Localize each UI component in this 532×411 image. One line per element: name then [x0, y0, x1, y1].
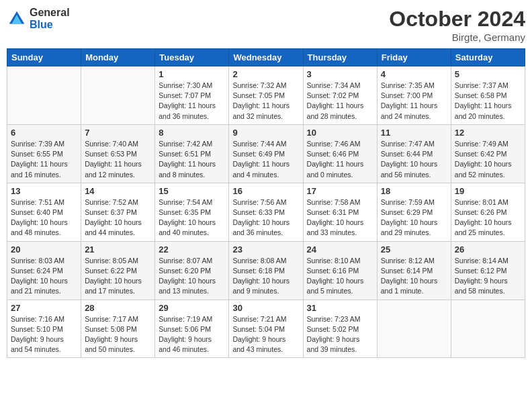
title-block: October 2024 Birgte, Germany	[389, 7, 525, 43]
day-number: 6	[11, 128, 77, 138]
calendar-week-row: 6Sunrise: 7:39 AMSunset: 6:55 PMDaylight…	[7, 124, 525, 183]
calendar-day-cell: 18Sunrise: 7:59 AMSunset: 6:29 PMDayligh…	[377, 183, 451, 241]
calendar-day-cell: 6Sunrise: 7:39 AMSunset: 6:55 PMDaylight…	[7, 124, 81, 183]
day-info: Sunrise: 7:35 AMSunset: 7:00 PMDaylight:…	[381, 81, 447, 122]
calendar-week-row: 27Sunrise: 7:16 AMSunset: 5:10 PMDayligh…	[7, 300, 525, 358]
day-info: Sunrise: 7:42 AMSunset: 6:51 PMDaylight:…	[159, 139, 225, 180]
calendar-day-cell: 24Sunrise: 8:10 AMSunset: 6:16 PMDayligh…	[303, 241, 377, 300]
day-number: 14	[85, 186, 151, 196]
logo-text: General Blue	[30, 7, 70, 30]
calendar-day-cell	[7, 66, 81, 125]
calendar-week-row: 20Sunrise: 8:03 AMSunset: 6:24 PMDayligh…	[7, 241, 525, 300]
day-info: Sunrise: 7:17 AMSunset: 5:08 PMDaylight:…	[85, 314, 151, 355]
day-number: 9	[232, 128, 299, 138]
calendar-day-cell: 11Sunrise: 7:47 AMSunset: 6:44 PMDayligh…	[377, 124, 451, 183]
weekday-header: Wednesday	[229, 49, 303, 66]
day-number: 15	[159, 186, 225, 196]
day-number: 8	[159, 128, 225, 138]
calendar-day-cell: 22Sunrise: 8:07 AMSunset: 6:20 PMDayligh…	[155, 241, 229, 300]
weekday-header-row: SundayMondayTuesdayWednesdayThursdayFrid…	[7, 49, 525, 66]
calendar-day-cell: 28Sunrise: 7:17 AMSunset: 5:08 PMDayligh…	[81, 300, 155, 358]
day-number: 25	[381, 244, 447, 255]
calendar: SundayMondayTuesdayWednesdayThursdayFrid…	[7, 48, 525, 358]
day-info: Sunrise: 7:47 AMSunset: 6:44 PMDaylight:…	[381, 139, 447, 180]
day-info: Sunrise: 7:32 AMSunset: 7:05 PMDaylight:…	[232, 81, 299, 122]
day-number: 2	[232, 69, 299, 79]
calendar-day-cell: 1Sunrise: 7:30 AMSunset: 7:07 PMDaylight…	[155, 66, 229, 125]
day-info: Sunrise: 8:01 AMSunset: 6:26 PMDaylight:…	[455, 197, 521, 238]
calendar-day-cell: 13Sunrise: 7:51 AMSunset: 6:40 PMDayligh…	[7, 183, 81, 241]
weekday-header: Sunday	[7, 49, 81, 66]
day-info: Sunrise: 7:59 AMSunset: 6:29 PMDaylight:…	[381, 197, 447, 238]
day-number: 13	[11, 186, 77, 196]
day-number: 27	[11, 303, 77, 313]
calendar-day-cell: 17Sunrise: 7:58 AMSunset: 6:31 PMDayligh…	[303, 183, 377, 241]
calendar-day-cell: 9Sunrise: 7:44 AMSunset: 6:49 PMDaylight…	[229, 124, 303, 183]
day-number: 7	[85, 128, 151, 138]
day-number: 18	[381, 186, 447, 196]
calendar-day-cell: 23Sunrise: 8:08 AMSunset: 6:18 PMDayligh…	[229, 241, 303, 300]
day-info: Sunrise: 8:08 AMSunset: 6:18 PMDaylight:…	[232, 256, 299, 297]
day-info: Sunrise: 7:30 AMSunset: 7:07 PMDaylight:…	[159, 81, 225, 122]
day-info: Sunrise: 7:16 AMSunset: 5:10 PMDaylight:…	[11, 314, 77, 355]
calendar-week-row: 13Sunrise: 7:51 AMSunset: 6:40 PMDayligh…	[7, 183, 525, 241]
day-info: Sunrise: 7:52 AMSunset: 6:37 PMDaylight:…	[85, 197, 151, 238]
calendar-day-cell	[377, 300, 451, 358]
calendar-day-cell: 12Sunrise: 7:49 AMSunset: 6:42 PMDayligh…	[451, 124, 525, 183]
day-info: Sunrise: 7:44 AMSunset: 6:49 PMDaylight:…	[232, 139, 299, 180]
day-number: 28	[85, 303, 151, 313]
calendar-day-cell: 7Sunrise: 7:40 AMSunset: 6:53 PMDaylight…	[81, 124, 155, 183]
day-info: Sunrise: 8:05 AMSunset: 6:22 PMDaylight:…	[85, 256, 151, 297]
day-info: Sunrise: 8:12 AMSunset: 6:14 PMDaylight:…	[381, 256, 447, 297]
day-info: Sunrise: 7:56 AMSunset: 6:33 PMDaylight:…	[232, 197, 299, 238]
day-number: 4	[381, 69, 447, 79]
weekday-header: Friday	[377, 49, 451, 66]
calendar-day-cell: 8Sunrise: 7:42 AMSunset: 6:51 PMDaylight…	[155, 124, 229, 183]
day-info: Sunrise: 7:21 AMSunset: 5:04 PMDaylight:…	[232, 314, 299, 355]
calendar-day-cell: 21Sunrise: 8:05 AMSunset: 6:22 PMDayligh…	[81, 241, 155, 300]
calendar-day-cell: 16Sunrise: 7:56 AMSunset: 6:33 PMDayligh…	[229, 183, 303, 241]
logo: General Blue	[7, 7, 70, 30]
calendar-day-cell: 30Sunrise: 7:21 AMSunset: 5:04 PMDayligh…	[229, 300, 303, 358]
calendar-day-cell: 4Sunrise: 7:35 AMSunset: 7:00 PMDaylight…	[377, 66, 451, 125]
day-number: 23	[232, 244, 299, 255]
day-info: Sunrise: 7:54 AMSunset: 6:35 PMDaylight:…	[159, 197, 225, 238]
day-info: Sunrise: 7:19 AMSunset: 5:06 PMDaylight:…	[159, 314, 225, 355]
day-number: 26	[455, 244, 521, 255]
calendar-day-cell	[81, 66, 155, 125]
day-number: 21	[85, 244, 151, 255]
day-info: Sunrise: 8:03 AMSunset: 6:24 PMDaylight:…	[11, 256, 77, 297]
location: Birgte, Germany	[389, 32, 525, 43]
calendar-day-cell: 26Sunrise: 8:14 AMSunset: 6:12 PMDayligh…	[451, 241, 525, 300]
day-number: 20	[11, 244, 77, 255]
logo-general: General	[30, 7, 70, 19]
day-info: Sunrise: 7:40 AMSunset: 6:53 PMDaylight:…	[85, 139, 151, 180]
day-number: 3	[307, 69, 373, 79]
calendar-day-cell: 3Sunrise: 7:34 AMSunset: 7:02 PMDaylight…	[303, 66, 377, 125]
day-number: 10	[307, 128, 373, 138]
day-number: 19	[455, 186, 521, 196]
day-info: Sunrise: 7:46 AMSunset: 6:46 PMDaylight:…	[307, 139, 373, 180]
calendar-week-row: 1Sunrise: 7:30 AMSunset: 7:07 PMDaylight…	[7, 66, 525, 125]
weekday-header: Thursday	[303, 49, 377, 66]
day-info: Sunrise: 8:14 AMSunset: 6:12 PMDaylight:…	[455, 256, 521, 297]
month-title: October 2024	[389, 7, 525, 32]
day-number: 5	[455, 69, 521, 79]
calendar-day-cell: 15Sunrise: 7:54 AMSunset: 6:35 PMDayligh…	[155, 183, 229, 241]
day-number: 22	[159, 244, 225, 255]
page-header: General Blue October 2024 Birgte, German…	[7, 7, 525, 43]
day-number: 16	[232, 186, 299, 196]
calendar-day-cell: 31Sunrise: 7:23 AMSunset: 5:02 PMDayligh…	[303, 300, 377, 358]
day-number: 11	[381, 128, 447, 138]
calendar-day-cell: 10Sunrise: 7:46 AMSunset: 6:46 PMDayligh…	[303, 124, 377, 183]
day-number: 24	[307, 244, 373, 255]
calendar-day-cell: 14Sunrise: 7:52 AMSunset: 6:37 PMDayligh…	[81, 183, 155, 241]
day-info: Sunrise: 8:07 AMSunset: 6:20 PMDaylight:…	[159, 256, 225, 297]
weekday-header: Tuesday	[155, 49, 229, 66]
weekday-header: Saturday	[451, 49, 525, 66]
day-number: 29	[159, 303, 225, 313]
day-number: 12	[455, 128, 521, 138]
calendar-day-cell: 19Sunrise: 8:01 AMSunset: 6:26 PMDayligh…	[451, 183, 525, 241]
calendar-day-cell	[451, 300, 525, 358]
day-info: Sunrise: 7:34 AMSunset: 7:02 PMDaylight:…	[307, 81, 373, 122]
